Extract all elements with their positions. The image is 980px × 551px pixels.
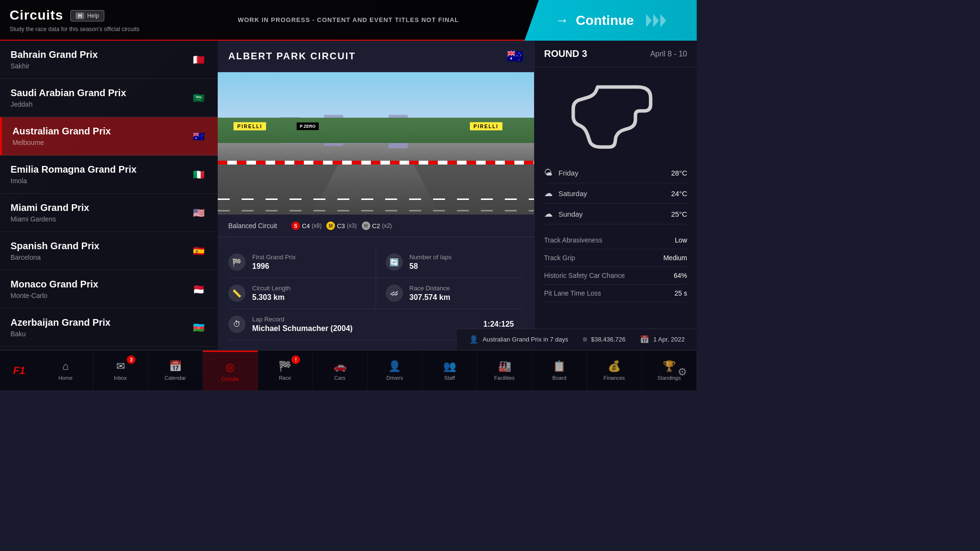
f1-logo: F1 xyxy=(0,364,38,377)
tire-medium-label: C3 xyxy=(337,222,345,230)
stat-distance-icon: 🏎 xyxy=(386,285,403,302)
pirelli-sign-right: PIRELLI xyxy=(470,122,502,130)
nav-calendar[interactable]: 📅 Calendar xyxy=(148,351,203,390)
nav-finances[interactable]: 💰 Finances xyxy=(587,351,642,390)
circuit-flag-miami: 🇺🇸 xyxy=(190,207,207,219)
circuit-name-bahrain: Bahrain Grand Prix xyxy=(11,49,98,60)
settings-icon[interactable]: ⚙ xyxy=(678,366,687,378)
page-subtitle: Study the race data for this season's of… xyxy=(10,26,140,33)
finances-icon: 💰 xyxy=(608,360,621,373)
stat-distance: 🏎 Race Distance 307.574 km xyxy=(376,278,524,309)
circuit-item-bahrain-info: Bahrain Grand Prix Sakhir xyxy=(11,49,98,70)
stat-laps-value: 58 xyxy=(410,262,452,271)
nav-race[interactable]: 🏁 Race ! xyxy=(258,351,313,390)
circuit-city-azerbaijan: Baku xyxy=(11,330,111,338)
wip-notice: WORK IN PROGRESS - CONTENT AND EVENT TIT… xyxy=(238,16,459,23)
cars-icon: 🚗 xyxy=(334,360,346,373)
weather-friday: 🌤 Friday 28°C xyxy=(544,163,687,183)
road-edge-marking xyxy=(218,210,534,211)
nav-staff[interactable]: 👥 Staff xyxy=(423,351,478,390)
safety-car-value: 64% xyxy=(674,272,687,279)
track-properties: Track Abrasiveness Low Track Grip Medium… xyxy=(535,224,697,309)
nav-facilities[interactable]: 🏭 Facilities xyxy=(477,351,532,390)
safety-car-label: Historic Safety Car Chance xyxy=(544,272,625,279)
weather-friday-day: 🌤 Friday xyxy=(544,168,579,178)
round-header: ROUND 3 April 8 - 10 xyxy=(535,41,697,67)
nav-board[interactable]: 📋 Board xyxy=(532,351,587,390)
circuit-flag-australia: 🇦🇺 xyxy=(190,131,207,142)
stat-distance-value: 307.574 km xyxy=(410,293,450,302)
tire-hard-count: (x2) xyxy=(382,222,392,229)
circuit-item-australia[interactable]: Australian Grand Prix Melbourne 🇦🇺 xyxy=(0,117,218,155)
friday-temp: 28°C xyxy=(671,169,687,177)
bottom-nav: F1 ⌂ Home ✉ Inbox 3 📅 Calendar ◎ Circuit… xyxy=(0,350,697,390)
saturday-label: Saturday xyxy=(558,189,587,198)
sunday-temp: 25°C xyxy=(671,210,687,218)
stat-first-gp-label: First Grand Prix xyxy=(252,253,296,261)
circuit-detail-flag: 🇦🇺 xyxy=(507,48,523,64)
tire-medium-dot: M xyxy=(326,221,335,230)
circuit-item-bahrain[interactable]: Bahrain Grand Prix Sakhir 🇧🇭 xyxy=(0,41,218,79)
circuit-item-saudi[interactable]: Saudi Arabian Grand Prix Jeddah 🇸🇦 xyxy=(0,79,218,117)
tire-soft-count: (x8) xyxy=(312,222,322,229)
nav-inbox[interactable]: ✉ Inbox 3 xyxy=(93,351,148,390)
help-button[interactable]: H Help xyxy=(70,10,104,22)
nav-cars[interactable]: 🚗 Cars xyxy=(312,351,368,390)
track-prop-pit-loss: Pit Lane Time Loss 25 s xyxy=(544,285,687,302)
circuit-detail-header: ALBERT PARK CIRCUIT 🇦🇺 xyxy=(218,41,534,72)
facilities-icon: 🏭 xyxy=(498,360,511,373)
round-dates: April 8 - 10 xyxy=(650,50,687,58)
stat-laps-label: Number of laps xyxy=(410,253,452,261)
abrasiveness-label: Track Abrasiveness xyxy=(544,236,602,244)
barriers xyxy=(218,161,534,165)
stat-length-icon: 📏 xyxy=(228,285,245,302)
stat-first-gp-icon: 🏁 xyxy=(228,253,245,271)
nav-circuits[interactable]: ◎ Circuits xyxy=(203,351,258,390)
circuit-city-miami: Miami Gardens xyxy=(11,215,89,223)
tire-hard-dot: H xyxy=(362,221,370,230)
circuits-icon: ◎ xyxy=(225,361,234,374)
circuit-item-miami[interactable]: Miami Grand Prix Miami Gardens 🇺🇸 xyxy=(0,194,218,232)
cars-label: Cars xyxy=(334,375,345,381)
track-map xyxy=(535,67,697,163)
calendar-icon: 📅 xyxy=(169,360,182,373)
status-bar: 👤 Australian Grand Prix in 7 days ≡ $38,… xyxy=(457,329,697,350)
road-markings xyxy=(218,198,534,200)
stat-distance-content: Race Distance 307.574 km xyxy=(410,285,450,302)
continue-button[interactable]: → Continue xyxy=(524,0,697,41)
sunday-label: Sunday xyxy=(558,210,583,218)
tire-medium-count: (x3) xyxy=(347,222,357,229)
nav-standings[interactable]: 🏆 Standings xyxy=(642,351,697,390)
circuit-item-spanish-info: Spanish Grand Prix Barcelona xyxy=(11,241,100,261)
grass-area xyxy=(218,118,534,143)
grip-value: Medium xyxy=(663,254,687,262)
round-label: ROUND 3 xyxy=(544,48,587,59)
drivers-icon: 👤 xyxy=(388,360,401,373)
circuit-item-azerbaijan[interactable]: Azerbaijan Grand Prix Baku 🇦🇿 xyxy=(0,309,218,347)
circuit-flag-azerbaijan: 🇦🇿 xyxy=(190,322,207,333)
tire-hard-label: C2 xyxy=(372,222,380,230)
circuit-city-spanish: Barcelona xyxy=(11,253,100,261)
circuit-item-spanish[interactable]: Spanish Grand Prix Barcelona 🇪🇸 xyxy=(0,232,218,270)
inbox-label: Inbox xyxy=(114,375,127,381)
weather-sunday-day: ☁ Sunday xyxy=(544,209,583,219)
circuit-item-emilia[interactable]: Emilia Romagna Grand Prix Imola 🇮🇹 xyxy=(0,155,218,194)
abrasiveness-value: Low xyxy=(675,236,687,244)
circuit-item-monaco[interactable]: Monaco Grand Prix Monte-Carlo 🇲🇨 xyxy=(0,270,218,309)
standings-icon: 🏆 xyxy=(663,360,676,373)
tire-hard: H C2 (x2) xyxy=(362,221,392,230)
nav-drivers[interactable]: 👤 Drivers xyxy=(368,351,423,390)
tire-medium: M C3 (x3) xyxy=(326,221,356,230)
pit-loss-label: Pit Lane Time Loss xyxy=(544,289,601,297)
nav-home[interactable]: ⌂ Home xyxy=(38,351,93,390)
track-prop-grip: Track Grip Medium xyxy=(544,249,687,267)
budget-value: $38,436,726 xyxy=(591,336,625,343)
stat-lap-record-content: Lap Record Michael Schumacher (2004) xyxy=(252,316,353,333)
race-label: Race xyxy=(279,375,291,381)
staff-icon: 👥 xyxy=(443,360,456,373)
circuit-flag-monaco: 🇲🇨 xyxy=(190,284,207,295)
track-map-svg xyxy=(568,77,664,154)
stat-first-gp: 🏁 First Grand Prix 1996 xyxy=(228,247,376,278)
facilities-label: Facilities xyxy=(494,375,515,381)
staff-label: Staff xyxy=(444,375,455,381)
